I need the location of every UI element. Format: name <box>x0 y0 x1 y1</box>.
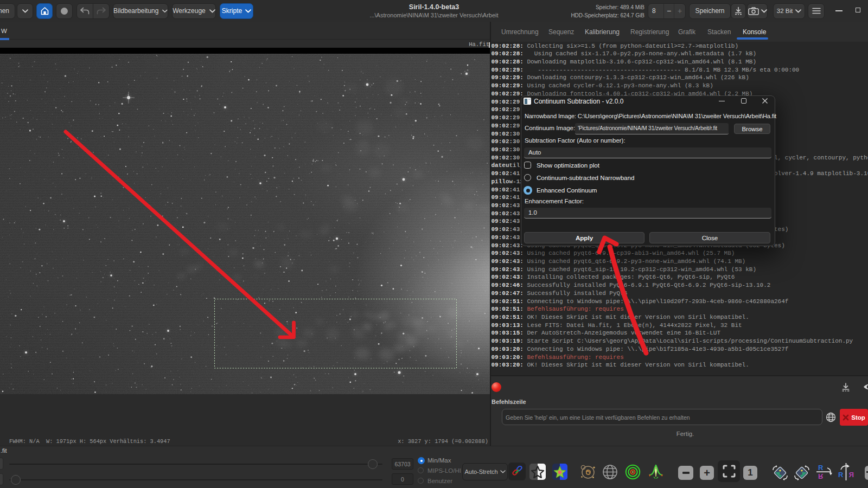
svg-text:R: R <box>818 464 824 472</box>
svg-text:R: R <box>848 471 854 479</box>
svg-text:R: R <box>838 471 844 479</box>
svg-text:R: R <box>818 472 824 480</box>
